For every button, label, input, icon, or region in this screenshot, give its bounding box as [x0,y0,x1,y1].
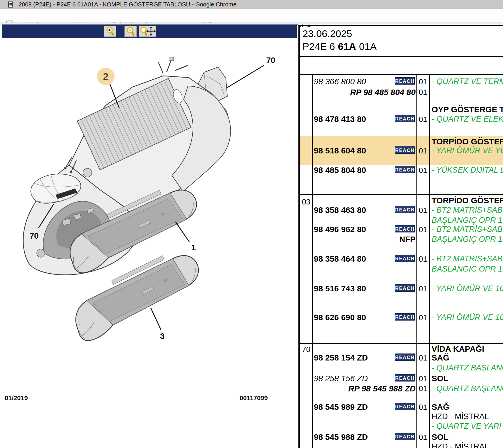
part-number: 98 496 962 80 [314,225,366,234]
reach-badge[interactable]: REACH [395,77,415,85]
quantity: 01 [419,78,427,86]
replacement-part-number: RP 98 485 804 80 [328,88,416,97]
part-number-selected: 98 518 604 80 [314,146,366,155]
table-border [298,74,503,75]
part-number: 98 358 463 80 [314,206,366,215]
part-note: - QUARTZ BAŞLANGIÇ [432,384,503,393]
part-status-note: NFP [357,235,416,244]
quantity: 01 [419,354,427,362]
table-border [298,194,503,195]
reach-badge[interactable]: REACH [395,284,415,292]
part-group-header: TORPİDO GÖSTERGE [432,196,503,205]
part-note: - QUARTZ VE TERMİK [432,77,503,86]
leader-line-1 [175,222,189,242]
part-variant-label: HZD - MİSTRAL [432,412,489,421]
zoom-pan-button[interactable] [139,26,156,37]
part-number: 98 516 743 80 [314,284,366,293]
leader-line-70-top [227,65,264,88]
browser-window: 2008 (P24E) - P24E 6 61A01A - KOMPLE GÖS… [0,0,503,448]
reference-figure: 61A [338,41,356,52]
part-variant-label: HZD - MİSTRAL [432,442,489,448]
reach-badge[interactable]: REACH [395,206,415,213]
quantity: 01 [419,384,427,393]
zoom-out-button[interactable] [124,26,137,37]
part-note: - YARI ÖMÜR VE 10 İN [432,284,503,293]
reach-badge[interactable]: REACH [395,354,415,361]
part-side-label: SAĞ [432,353,449,362]
reach-badge[interactable]: REACH [395,433,415,440]
diagram-label-70-left[interactable]: 70 [29,231,38,240]
part-number: 98 258 154 ZD [314,353,368,362]
parts-diagram: 2 70 70 1 3 [0,38,297,417]
quantity: 01 [419,166,427,175]
quantity: 01 [419,255,427,263]
table-border [312,74,313,448]
part-side-label: SAĞ [432,402,449,412]
item-ref: 70 [302,345,310,354]
diagram-label-2[interactable]: 2 [103,71,109,82]
reach-badge[interactable]: REACH [395,313,415,321]
reach-badge[interactable]: REACH [395,166,415,173]
part-note: - YARI ÖMÜR VE YÜK [432,146,503,155]
part-note: - YARI ÖMÜR VE 10 İN [432,313,503,322]
part-number: 98 358 464 80 [314,254,366,263]
part-note: - QUARTZ VE YARI ÖM [432,422,503,430]
catalog-reference: P24E 661A01A [302,41,377,52]
table-border [429,74,430,448]
reach-badge[interactable]: REACH [395,115,415,122]
part-note: - YÜKSEK DİJİTAL LE [432,166,503,174]
part-number: 98 478 413 80 [314,115,366,124]
reach-badge[interactable]: REACH [395,374,415,382]
part-side-label: SOL [432,433,449,442]
quantity: 01 [419,147,427,155]
zoom-out-icon [125,26,136,36]
quantity: 01 [419,225,427,234]
zoom-in-icon [104,26,116,36]
part-note: - QUARTZ VE ELEKTR [432,115,503,123]
replacement-part-number: RP 98 545 988 ZD [328,384,416,393]
quantity: 01 [419,206,427,215]
window-titlebar: 2008 (P24E) - P24E 6 61A01A - KOMPLE GÖS… [0,0,503,9]
diagram-label-1[interactable]: 1 [191,243,196,252]
divider [0,22,503,24]
quantity: 01 [419,433,427,442]
part-group-header: VİDA KAPAĞI [432,344,484,354]
part-note: - BT2 MATRİS+SABİT [432,225,503,234]
table-border [416,74,417,448]
reference-prefix: P24E 6 [302,41,335,52]
diagram-label-3[interactable]: 3 [160,332,165,341]
document-icon [8,1,13,8]
part-number: 98 545 989 ZD [314,402,368,412]
part-note: - BT2 MATRİS+SABİT [432,206,503,214]
reach-badge[interactable]: REACH [395,403,415,410]
part-number: 98 366 800 80 [314,77,366,86]
quantity: 01 [419,285,427,293]
catalog-date: 23.06.2025 [302,28,352,39]
zoom-in-button[interactable] [104,26,116,37]
part-number: 98 485 804 80 [314,166,366,175]
quantity: 01 [419,88,427,97]
table-border [298,25,300,448]
reference-suffix: 01A [359,41,377,52]
part-note: - BT2 MATRİS+SABİT [432,254,503,263]
address-bar[interactable]: servicebox.mpsa.com/docapvpr/affiche.do?… [0,9,503,22]
window-title: 2008 (P24E) - P24E 6 61A01A - KOMPLE GÖS… [19,1,236,8]
table-border [298,25,503,26]
part-number: 98 258 156 ZD [314,374,368,383]
part-note: - QUARTZ BAŞLANGIÇ [432,363,503,372]
diagram-label-70-top[interactable]: 70 [266,56,275,65]
reach-badge[interactable]: REACH [395,146,415,154]
part-number: 98 626 690 80 [314,313,366,322]
reach-badge[interactable]: REACH [395,255,415,262]
quantity: 01 [419,314,427,322]
quantity: 01 [419,115,427,124]
part-side-label: SOL [432,374,449,383]
zoom-pan-icon [139,26,156,36]
part-note: BAŞLANGIÇ OPR 167 [432,235,503,244]
part-note: BAŞLANGIÇ OPR 156 [432,265,503,273]
quantity: 01 [419,374,427,383]
reach-badge[interactable]: REACH [395,225,415,232]
item-ref: 03 [302,198,310,206]
table-border [298,343,503,344]
part-note: BAŞLANGIÇ OPR 156 [432,216,503,225]
